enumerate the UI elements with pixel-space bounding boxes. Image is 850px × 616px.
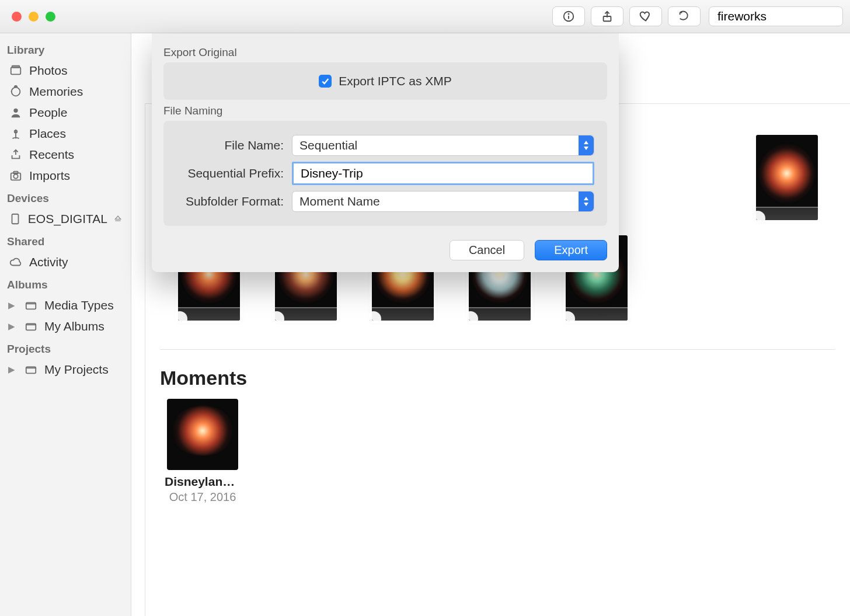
moment-date: Oct 17, 2016: [165, 490, 241, 504]
select-chevrons-icon: [579, 192, 594, 211]
share-button[interactable]: [591, 6, 623, 26]
divider: [160, 349, 835, 350]
photo-thumbnail[interactable]: [756, 135, 818, 220]
moment-title: Disneyland…: [165, 475, 241, 489]
sidebar: Library Photos Memories People Places Re…: [0, 33, 131, 616]
close-window-button[interactable]: [12, 12, 22, 22]
file-naming-panel: File Name: Sequential Sequential Prefix:…: [163, 121, 607, 226]
search-field[interactable]: ✕: [709, 6, 843, 26]
sidebar-item-label: My Albums: [44, 319, 123, 333]
sidebar-item-my-projects[interactable]: ▶ My Projects: [6, 359, 125, 380]
sidebar-item-people[interactable]: People: [6, 102, 125, 123]
moment-thumbnail: [167, 399, 238, 470]
rotate-button[interactable]: [668, 6, 701, 26]
sidebar-section-albums: Albums: [7, 279, 124, 291]
svg-point-2: [568, 13, 569, 14]
sidebar-section-devices: Devices: [7, 192, 124, 205]
sidebar-item-my-albums[interactable]: ▶ My Albums: [6, 316, 125, 337]
titlebar: ✕: [0, 0, 850, 33]
folder-icon: [23, 299, 39, 312]
sidebar-item-label: Media Types: [44, 298, 123, 312]
sidebar-item-label: Places: [29, 127, 123, 141]
sidebar-item-label: Imports: [29, 169, 123, 183]
sidebar-item-label: Memories: [29, 85, 123, 99]
export-iptc-label: Export IPTC as XMP: [339, 74, 452, 88]
folder-icon: [23, 320, 39, 333]
sidebar-item-label: People: [29, 106, 123, 120]
recents-icon: [8, 148, 23, 161]
sequential-prefix-input[interactable]: [292, 162, 594, 185]
places-icon: [8, 127, 23, 140]
sidebar-item-activity[interactable]: Activity: [6, 252, 125, 273]
svg-point-12: [13, 174, 18, 178]
photos-icon: [8, 64, 23, 77]
subfolder-format-label: Subfolder Format:: [176, 194, 292, 208]
favorite-button[interactable]: [629, 6, 662, 26]
moment-card[interactable]: Disneyland… Oct 17, 2016: [165, 399, 241, 504]
section-label-file-naming: File Naming: [163, 105, 607, 117]
sidebar-item-label: Recents: [29, 148, 123, 162]
info-button[interactable]: [552, 6, 585, 26]
moments-heading: Moments: [160, 367, 247, 389]
svg-marker-21: [584, 197, 588, 200]
eject-icon[interactable]: [113, 212, 123, 226]
people-icon: [8, 106, 23, 119]
cloud-icon: [8, 256, 23, 269]
folder-icon: [23, 363, 39, 376]
sidebar-item-photos[interactable]: Photos: [6, 60, 125, 81]
subfolder-format-value: Moment Name: [299, 194, 380, 208]
export-button[interactable]: Export: [535, 240, 607, 260]
export-iptc-checkbox[interactable]: [319, 75, 332, 88]
svg-rect-6: [11, 68, 21, 75]
svg-rect-14: [12, 214, 18, 224]
chevron-right-icon[interactable]: ▶: [8, 300, 15, 311]
select-chevrons-icon: [579, 135, 594, 155]
sidebar-item-media-types[interactable]: ▶ Media Types: [6, 295, 125, 316]
sidebar-section-library: Library: [7, 44, 124, 57]
chevron-right-icon[interactable]: ▶: [8, 364, 15, 375]
sidebar-item-label: My Projects: [44, 363, 123, 377]
file-name-label: File Name:: [176, 138, 292, 152]
sidebar-item-label: Activity: [29, 255, 123, 269]
export-original-panel: Export IPTC as XMP: [163, 62, 607, 100]
subfolder-format-select[interactable]: Moment Name: [292, 191, 594, 212]
svg-marker-20: [584, 147, 588, 150]
minimize-window-button[interactable]: [29, 12, 39, 22]
sidebar-item-label: Photos: [29, 64, 123, 78]
svg-point-9: [13, 109, 18, 113]
sidebar-section-shared: Shared: [7, 235, 124, 248]
sidebar-item-imports[interactable]: Imports: [6, 165, 125, 186]
sidebar-item-recents[interactable]: Recents: [6, 144, 125, 165]
chevron-right-icon[interactable]: ▶: [8, 321, 15, 332]
sidebar-item-memories[interactable]: Memories: [6, 81, 125, 102]
sequential-prefix-label: Sequential Prefix:: [176, 166, 292, 180]
svg-rect-7: [12, 66, 20, 68]
memories-icon: [8, 85, 23, 98]
svg-marker-19: [584, 141, 588, 144]
svg-marker-22: [584, 203, 588, 206]
sidebar-item-places[interactable]: Places: [6, 123, 125, 144]
fullscreen-window-button[interactable]: [46, 12, 55, 22]
window-controls: [12, 12, 55, 22]
cancel-button[interactable]: Cancel: [450, 240, 524, 260]
sidebar-item-label: EOS_DIGITAL: [28, 212, 107, 226]
sidebar-section-projects: Projects: [7, 343, 124, 356]
file-name-select[interactable]: Sequential: [292, 135, 594, 156]
search-input[interactable]: [717, 9, 850, 23]
sidebar-item-device[interactable]: EOS_DIGITAL: [6, 208, 125, 229]
imports-icon: [8, 169, 23, 182]
section-label-export-original: Export Original: [163, 46, 607, 59]
device-icon: [8, 213, 22, 225]
file-name-value: Sequential: [299, 138, 357, 152]
export-dialog: Export Original Export IPTC as XMP File …: [152, 33, 619, 272]
